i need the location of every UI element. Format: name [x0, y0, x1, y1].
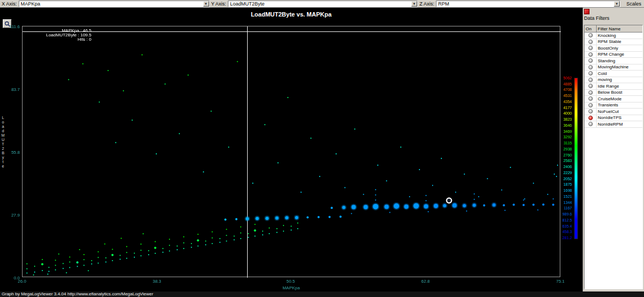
filter-name-label: Transients — [597, 102, 642, 107]
megalogviewer-window: X Axis: MAPKpa ▼ Y Axis: LoadMUT2Byte ▼ … — [0, 0, 644, 297]
filter-on-cell[interactable] — [585, 115, 597, 121]
rpm-scale-value: 1344 — [541, 201, 572, 205]
filter-row[interactable]: NonIdleRPM — [585, 121, 642, 128]
rpm-scale-value: 3823 — [541, 117, 572, 122]
x-tick-label: 62.8 — [417, 279, 434, 284]
filter-led-icon[interactable] — [588, 71, 593, 75]
filter-led-icon[interactable] — [588, 33, 593, 37]
rpm-scale-value: 2229 — [541, 171, 572, 175]
scales-button[interactable]: Scales — [624, 1, 644, 7]
filter-name-label: NonIdleRPM — [597, 122, 642, 127]
filter-row[interactable]: Cold — [585, 71, 642, 77]
filter-led-icon[interactable] — [588, 46, 593, 50]
filter-name-label: MovingMachine — [597, 64, 642, 69]
filter-row[interactable]: Standing — [585, 58, 642, 64]
z-axis-select[interactable]: RPM ▼ — [436, 1, 620, 7]
filter-on-cell[interactable] — [585, 39, 597, 45]
rpm-scale-value: 1521 — [541, 195, 572, 199]
filter-row[interactable]: BoostOnly — [585, 45, 642, 52]
rpm-scale-value: 5062 — [541, 76, 572, 80]
filter-on-cell[interactable] — [585, 45, 597, 51]
rpm-scale-value: 2938 — [541, 147, 572, 152]
filter-led-icon[interactable] — [588, 90, 593, 95]
x-axis-value: MAPKpa — [21, 1, 41, 7]
filter-row[interactable]: NoFuelCut — [585, 109, 642, 115]
plot-canvas[interactable] — [23, 26, 561, 278]
filter-row[interactable]: RPM Change — [585, 52, 642, 58]
filter-led-icon[interactable] — [588, 78, 593, 82]
rpm-scale-value: 3115 — [541, 141, 572, 145]
y-axis-select[interactable]: LoadMUT2Byte ▼ — [228, 1, 418, 7]
rpm-scale-value: 989.6 — [541, 212, 572, 217]
rpm-scale-value: 1698 — [541, 188, 572, 193]
y-axis-dropdown-arrow-icon[interactable]: ▼ — [411, 1, 417, 7]
x-axis-dropdown-arrow-icon[interactable]: ▼ — [203, 1, 209, 7]
filter-on-cell[interactable] — [585, 52, 597, 58]
filter-led-icon[interactable] — [588, 58, 593, 63]
rpm-scale-value: 4354 — [541, 100, 572, 104]
filter-led-icon[interactable] — [588, 65, 593, 69]
column-header-filter-name: Filter Name — [597, 26, 642, 31]
filter-name-label: Knocking — [597, 33, 642, 38]
filter-on-cell[interactable] — [585, 58, 597, 64]
filter-row[interactable]: RPM Stable — [585, 39, 642, 46]
filter-led-icon[interactable] — [588, 52, 593, 57]
filter-row[interactable]: NonIdleTPS — [585, 115, 642, 122]
rpm-color-scale-bar — [574, 78, 578, 239]
z-axis-dropdown-arrow-icon[interactable]: ▼ — [614, 1, 620, 7]
filter-on-cell[interactable] — [585, 33, 597, 39]
y-tick-label: 83.7 — [1, 87, 20, 92]
filter-row[interactable]: Idle Range — [585, 83, 642, 90]
filter-on-cell[interactable] — [585, 71, 597, 77]
filter-led-icon[interactable] — [588, 96, 593, 101]
filter-name-label: CruiseMode — [597, 96, 642, 101]
rpm-scale-value: 458.3 — [541, 230, 572, 234]
plot-area[interactable] — [22, 26, 560, 277]
filter-row[interactable]: CruiseMode — [585, 96, 642, 102]
filter-name-label: Standing — [597, 58, 642, 63]
filter-on-cell[interactable] — [585, 109, 597, 115]
filter-on-cell[interactable] — [585, 64, 597, 71]
z-axis-label: Z Axis: — [418, 1, 436, 7]
filter-led-icon[interactable] — [588, 103, 593, 107]
filter-name-label: RPM Change — [597, 52, 642, 57]
filter-led-icon[interactable] — [588, 122, 593, 126]
filter-on-cell[interactable] — [585, 77, 597, 83]
data-filters-table-header: On Filter Name — [585, 25, 642, 33]
rpm-scale-value: 4708 — [541, 88, 572, 92]
filter-on-cell[interactable] — [585, 102, 597, 109]
x-tick-label: 26.0 — [14, 279, 30, 284]
filter-name-label: Cold — [597, 71, 642, 76]
filter-row[interactable]: Knocking — [585, 33, 642, 39]
filter-led-icon[interactable] — [588, 40, 593, 44]
y-axis-ticks: 0.027.955.883.7111.6 — [2, 26, 21, 278]
filter-led-icon[interactable] — [588, 116, 593, 120]
filter-name-label: Below Boost — [597, 90, 642, 95]
filter-row[interactable]: Transients — [585, 102, 642, 109]
x-axis-select[interactable]: MAPKpa ▼ — [19, 1, 210, 7]
rpm-scale-value: 2583 — [541, 159, 572, 163]
y-axis-label: Y Axis: — [210, 1, 228, 7]
rpm-scale-value: 1875 — [541, 182, 572, 187]
filter-name-label: NonIdleTPS — [597, 115, 642, 120]
rpm-scale-value: 281.2 — [541, 236, 572, 240]
filter-on-cell[interactable] — [585, 83, 597, 89]
data-filters-table: On Filter Name KnockingRPM StableBoostOn… — [584, 25, 643, 289]
filter-row[interactable]: moving — [585, 77, 642, 84]
data-filters-icon[interactable] — [584, 9, 590, 14]
rpm-scale-value: 2406 — [541, 165, 572, 169]
filter-on-cell[interactable] — [585, 90, 597, 96]
filter-on-cell[interactable] — [585, 96, 597, 102]
x-tick-label: 50.5 — [282, 279, 299, 284]
axis-toolbar: X Axis: MAPKpa ▼ Y Axis: LoadMUT2Byte ▼ … — [0, 0, 644, 8]
status-bar: Graph by MegaLogViewer 3.4.04 http://www… — [0, 291, 644, 297]
rpm-scale-value: 1167 — [541, 206, 572, 210]
rpm-scale-value: 3292 — [541, 135, 572, 139]
filter-led-icon[interactable] — [588, 84, 593, 88]
filter-row[interactable]: Below Boost — [585, 90, 642, 96]
filter-row[interactable]: MovingMachine — [585, 64, 642, 71]
filter-led-icon[interactable] — [588, 109, 593, 114]
x-tick-label: 38.3 — [149, 279, 165, 284]
filter-on-cell[interactable] — [585, 121, 597, 127]
x-axis-title: MAPKpa — [22, 285, 560, 290]
